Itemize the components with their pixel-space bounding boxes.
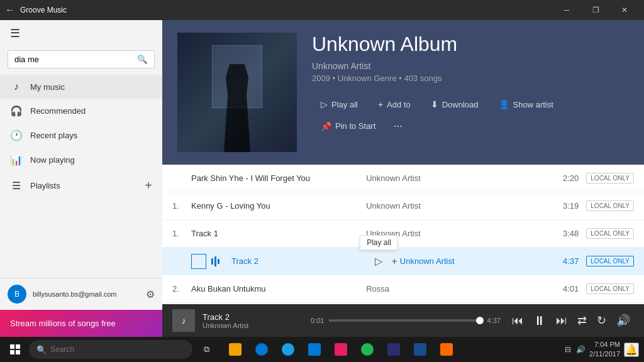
back-button[interactable]: ←: [5, 4, 15, 16]
album-actions: ▷ Play all + Add to ⬇ Download 👤: [312, 96, 629, 136]
notification-button[interactable]: 🔔: [624, 343, 639, 357]
settings-button[interactable]: ⚙: [146, 288, 155, 300]
track-artist: Rossa: [366, 284, 541, 293]
track-list: Park Shin Yhe - I Will Forget You Unknow…: [162, 165, 644, 304]
close-button[interactable]: ✕: [610, 0, 639, 20]
music-note-icon: ♪: [10, 81, 23, 92]
track-play-button[interactable]: ▷: [372, 253, 385, 270]
taskbar-app-file-explorer[interactable]: [223, 337, 248, 362]
table-row[interactable]: 1. Kenny G - Loving You Unknown Artist 3…: [162, 192, 644, 220]
edge-icon: [255, 343, 268, 356]
main-layout: ☰ 🔍 ♪ My music 🎧 Recommended 🕐 Recent pl…: [0, 20, 644, 337]
album-meta: 2009 • Unknown Genre • 403 songs: [312, 74, 629, 83]
store-icon: [308, 343, 321, 356]
playlists-label: Playlists: [30, 181, 60, 190]
spotify-icon: [361, 343, 374, 356]
track-duration: 3:48: [541, 229, 579, 238]
album-artist: Unknown Artist: [312, 61, 629, 71]
stream-banner-text: Stream millions of songs free: [10, 319, 116, 328]
taskbar-app-photoshop[interactable]: [408, 337, 433, 362]
download-button[interactable]: ⬇ Download: [422, 96, 487, 113]
headphones-icon: 🎧: [10, 105, 23, 117]
title-bar-left: ← Groove Music: [5, 4, 67, 16]
hamburger-button[interactable]: ☰: [10, 26, 20, 40]
taskbar-app-groove[interactable]: [328, 337, 353, 362]
search-box: 🔍: [8, 50, 155, 69]
minimize-button[interactable]: ─: [552, 0, 581, 20]
sidebar-item-playlists[interactable]: ☰ Playlists +: [0, 172, 162, 199]
progress-fill: [329, 319, 330, 322]
next-button[interactable]: ⏭: [552, 310, 571, 331]
sidebar-item-recommended[interactable]: 🎧 Recommended: [0, 99, 162, 123]
taskbar-app-edge[interactable]: [249, 337, 274, 362]
taskbar-app-ie[interactable]: [275, 337, 301, 362]
progress-bar[interactable]: [329, 319, 482, 322]
windows-logo: [10, 344, 20, 354]
search-button[interactable]: 🔍: [131, 51, 154, 68]
start-button[interactable]: [3, 337, 28, 362]
track-name: Track 1: [191, 229, 366, 238]
taskbar-app-premiere[interactable]: [381, 337, 406, 362]
track-artist: Unknown Artist: [400, 256, 541, 266]
add-to-button[interactable]: + Add to: [369, 96, 419, 113]
stream-banner[interactable]: Stream millions of songs free: [0, 310, 162, 337]
download-icon: ⬇: [431, 99, 438, 109]
now-playing-title: Track 2: [203, 312, 303, 322]
track-badge: LOCAL ONLY: [586, 228, 634, 239]
taskbar-app-store[interactable]: [302, 337, 327, 362]
search-input[interactable]: [8, 51, 131, 68]
table-row[interactable]: 1. Track 1 Unknown Artist 3:48 LOCAL ONL…: [162, 220, 644, 248]
volume-button[interactable]: 🔊: [613, 310, 634, 331]
sidebar: ☰ 🔍 ♪ My music 🎧 Recommended 🕐 Recent pl…: [0, 20, 162, 337]
pause-button[interactable]: ⏸: [530, 310, 550, 332]
now-playing-info: Track 2 Unknown Artist: [203, 312, 303, 329]
user-row: B billysusanto.bs@gmail.com ⚙: [0, 278, 162, 310]
taskbar-app-spotify[interactable]: [355, 337, 380, 362]
premiere-icon: [387, 343, 400, 356]
clock: 7:04 PM 2/11/2017: [589, 340, 620, 359]
sidebar-item-recent-plays[interactable]: 🕐 Recent plays: [0, 123, 162, 148]
shuffle-button[interactable]: ⇄: [574, 310, 591, 331]
app-title: Groove Music: [20, 6, 67, 14]
sound-icon: 🔊: [576, 345, 586, 354]
show-artist-button[interactable]: 👤 Show artist: [490, 96, 562, 113]
more-options-button[interactable]: ···: [387, 116, 409, 136]
pin-icon: 📌: [321, 121, 331, 131]
total-time: 4:37: [487, 317, 501, 324]
track-number: 2.: [172, 284, 191, 293]
title-bar: ← Groove Music ─ ❐ ✕: [0, 0, 644, 20]
ai-icon: [440, 343, 453, 356]
system-icons: ⊟ 🔊: [565, 345, 586, 354]
track-checkbox[interactable]: [191, 254, 206, 269]
maximize-button[interactable]: ❐: [581, 0, 610, 20]
album-header: Unknown Album Unknown Artist 2009 • Unkn…: [162, 20, 644, 165]
pin-to-start-button[interactable]: 📌 Pin to Start: [312, 118, 384, 135]
taskbar-search-icon: 🔍: [36, 345, 47, 354]
track-artist: Unknown Artist: [366, 201, 541, 211]
add-playlist-button[interactable]: +: [145, 178, 152, 193]
sidebar-item-my-music[interactable]: ♪ My music: [0, 75, 162, 99]
track-duration: 2:20: [541, 173, 579, 183]
previous-button[interactable]: ⏮: [508, 310, 527, 331]
track-badge: LOCAL ONLY: [586, 283, 634, 294]
track-add-button[interactable]: +: [389, 253, 399, 270]
sidebar-item-now-playing[interactable]: 📊 Now playing: [0, 148, 162, 172]
track-name: Track 2: [231, 256, 372, 266]
window-controls: ─ ❐ ✕: [552, 0, 639, 20]
repeat-button[interactable]: ↻: [593, 310, 610, 331]
taskbar-app-illustrator[interactable]: [434, 337, 459, 362]
table-row[interactable]: Park Shin Yhe - I Will Forget You Unknow…: [162, 165, 644, 192]
track-name: Kenny G - Loving You: [191, 201, 366, 211]
table-row[interactable]: 2. Aku Bukan Untukmu Rossa 4:01 LOCAL ON…: [162, 275, 644, 303]
play-all-button[interactable]: ▷ Play all: [312, 96, 367, 113]
track-badge: LOCAL ONLY: [586, 173, 634, 184]
equalizer-icon: 📊: [10, 154, 23, 166]
table-row[interactable]: Track 2 Play all ▷ + Unknown Artist 4:37…: [162, 248, 644, 275]
user-email: billysusanto.bs@gmail.com: [33, 290, 140, 298]
taskbar-search[interactable]: 🔍: [29, 340, 192, 359]
groove-icon: [335, 343, 347, 356]
task-view-button[interactable]: ⧉: [194, 337, 219, 362]
album-info: Unknown Album Unknown Artist 2009 • Unkn…: [312, 33, 629, 136]
current-time: 0:01: [311, 317, 324, 324]
taskbar-search-input[interactable]: [50, 345, 185, 354]
